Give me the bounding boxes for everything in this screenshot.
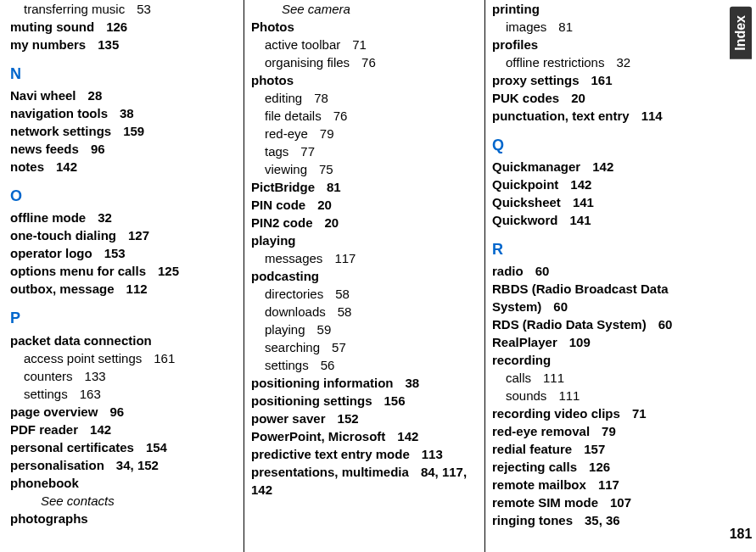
index-entry: Quickpoint142 xyxy=(492,176,719,193)
index-entry: phonebook xyxy=(10,474,237,492)
index-entry: personal certificates154 xyxy=(10,438,237,456)
entry-pages: 20 xyxy=(305,198,332,212)
index-entry: access point settings161 xyxy=(10,349,237,367)
index-entry: photographs xyxy=(10,510,237,527)
index-content: transferring music53 muting sound126 my … xyxy=(0,0,725,552)
entry-text: offline restrictions xyxy=(506,55,604,70)
entry-pages: 60 xyxy=(541,299,568,314)
index-entry: redial feature157 xyxy=(492,440,719,458)
entry-pages: 117 xyxy=(586,477,619,492)
index-tab: Index xyxy=(730,7,752,59)
index-entry: Quicksheet141 xyxy=(492,193,719,211)
index-entry: punctuation, text entry114 xyxy=(492,107,719,125)
entry-text: settings xyxy=(265,358,309,372)
index-entry: file details76 xyxy=(251,107,478,125)
index-entry: Quickmanager142 xyxy=(492,158,719,176)
entry-text: ringing tones xyxy=(492,513,573,527)
entry-pages: 159 xyxy=(111,124,144,138)
entry-text: Quickword xyxy=(492,213,558,227)
entry-text: searching xyxy=(265,340,320,354)
entry-text: images xyxy=(506,20,546,34)
index-entry: PIN code20 xyxy=(251,196,478,214)
entry-pages: 161 xyxy=(142,351,175,365)
entry-text: playing xyxy=(251,233,296,248)
index-entry: RealPlayer109 xyxy=(492,333,719,351)
index-entry: sounds111 xyxy=(492,387,719,404)
entry-text: RBDS (Radio Broadcast Data System) xyxy=(492,282,669,314)
index-entry: printing xyxy=(492,0,719,18)
index-entry: news feeds96 xyxy=(10,140,237,158)
index-entry: Navi wheel28 xyxy=(10,86,237,104)
index-entry: proxy settings161 xyxy=(492,71,719,89)
index-entry: radio60 xyxy=(492,262,719,280)
entry-text: Navi wheel xyxy=(10,88,76,103)
entry-pages: 81 xyxy=(315,180,341,194)
index-entry: predictive text entry mode113 xyxy=(251,445,478,463)
entry-text: calls xyxy=(506,371,531,385)
entry-pages: 60 xyxy=(524,264,550,278)
entry-pages: 125 xyxy=(146,264,179,278)
index-entry: positioning information38 xyxy=(251,374,478,392)
index-entry: options menu for calls125 xyxy=(10,262,237,280)
index-entry: images81 xyxy=(492,18,719,36)
index-entry: messages117 xyxy=(251,249,478,267)
index-entry: personalisation34, 152 xyxy=(10,456,237,474)
entry-pages: 32 xyxy=(86,210,112,225)
entry-pages: 154 xyxy=(134,440,167,454)
entry-pages: 60 xyxy=(647,317,673,332)
entry-pages: 81 xyxy=(546,20,573,34)
entry-text: downloads xyxy=(265,304,326,319)
entry-text: punctuation, text entry xyxy=(492,109,630,123)
entry-text: access point settings xyxy=(24,351,142,365)
column-3: printing images81 profiles offline restr… xyxy=(485,0,725,552)
section-letter-Q: Q xyxy=(492,135,719,156)
entry-pages: 77 xyxy=(288,144,315,159)
entry-text: directories xyxy=(265,287,323,301)
entry-text: phonebook xyxy=(10,476,79,490)
entry-text: sounds xyxy=(506,388,546,403)
entry-text: personalisation xyxy=(10,458,104,472)
entry-text: rejecting calls xyxy=(492,460,577,474)
entry-text: RDS (Radio Data System) xyxy=(492,317,647,332)
index-entry: recording video clips71 xyxy=(492,404,719,422)
entry-text: presentations, multimedia xyxy=(251,465,409,479)
entry-text: remote SIM mode xyxy=(492,495,598,510)
index-entry: editing78 xyxy=(251,89,478,107)
entry-pages: 157 xyxy=(572,442,605,456)
entry-text: photos xyxy=(251,73,294,87)
entry-text: PowerPoint, Microsoft xyxy=(251,429,385,443)
entry-pages: 133 xyxy=(73,369,106,383)
index-entry: navigation tools38 xyxy=(10,104,237,122)
entry-pages: 57 xyxy=(320,340,346,354)
index-entry: PUK codes20 xyxy=(492,89,719,107)
entry-pages: 76 xyxy=(350,55,376,70)
entry-text: tags xyxy=(265,144,288,159)
entry-pages: 142 xyxy=(558,177,591,192)
entry-text: positioning information xyxy=(251,376,393,390)
index-entry: playing59 xyxy=(251,321,478,338)
index-entry: settings56 xyxy=(251,356,478,374)
entry-text: power saver xyxy=(251,411,326,426)
entry-pages: 153 xyxy=(92,246,126,260)
entry-text: PIN2 code xyxy=(251,215,313,230)
index-entry: profiles xyxy=(492,36,719,53)
entry-pages: 78 xyxy=(302,91,328,105)
entry-pages: 113 xyxy=(410,447,443,461)
entry-pages: 126 xyxy=(577,460,610,474)
entry-text: messages xyxy=(265,251,322,265)
see-target: camera xyxy=(308,2,350,16)
entry-text: muting sound xyxy=(10,20,94,34)
index-entry: transferring music53 xyxy=(10,0,237,18)
index-entry: red-eye removal79 xyxy=(492,422,719,440)
index-entry: one-touch dialing127 xyxy=(10,226,237,244)
entry-text: personal certificates xyxy=(10,440,134,454)
index-entry: PDF reader142 xyxy=(10,421,237,438)
index-entry: PowerPoint, Microsoft142 xyxy=(251,427,478,445)
entry-pages: 141 xyxy=(558,213,591,227)
column-2: See camera Photos active toolbar71 organ… xyxy=(244,0,485,552)
entry-pages: 71 xyxy=(340,37,367,52)
entry-pages: 56 xyxy=(309,358,335,372)
entry-text: Photos xyxy=(251,20,294,34)
entry-text: red-eye removal xyxy=(492,424,590,438)
index-entry: presentations, multimedia84, 117, 142 xyxy=(251,463,478,499)
